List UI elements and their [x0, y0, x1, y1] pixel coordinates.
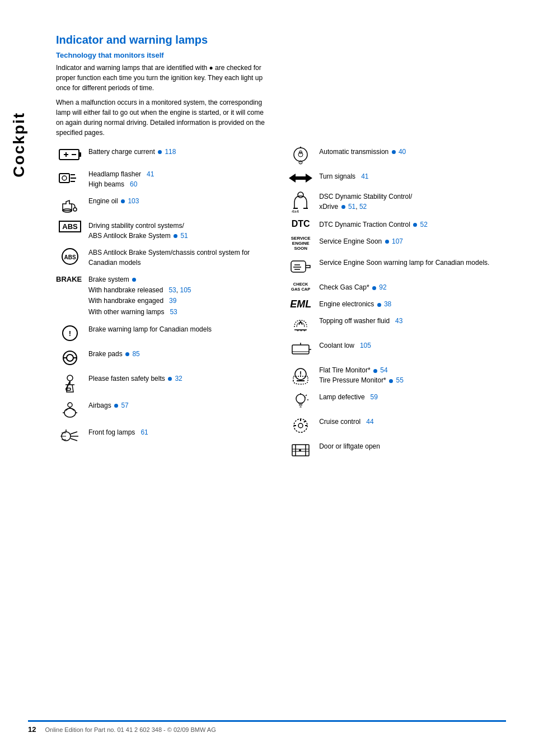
engine-oil-icon	[56, 196, 84, 214]
brake-pads-text: Brake pads 85	[88, 349, 264, 359]
service-engine-canadian-text: Service Engine Soon warning lamp for Can…	[319, 258, 506, 268]
fog-icon	[56, 427, 84, 445]
brake-icon: BRAKE	[56, 274, 84, 283]
service-engine-icon: SERVICEENGINESOON	[287, 236, 315, 251]
airbags-text: Airbags 57	[88, 400, 264, 410]
seatbelt-text: Please fasten safety belts 32	[88, 374, 264, 384]
dsc-icon: 4x4	[287, 192, 315, 213]
svg-rect-1	[79, 152, 81, 157]
list-item: Coolant low 105	[287, 340, 506, 358]
list-item: × Lamp defective 59	[287, 392, 506, 410]
battery-icon	[56, 147, 84, 162]
left-column: Battery charge current 118	[56, 147, 264, 466]
eml-text-label: EML	[290, 299, 311, 309]
svg-point-6	[62, 176, 67, 180]
svg-line-68	[304, 421, 306, 422]
airbags-icon	[56, 400, 84, 421]
columns-wrapper: Battery charge current 118	[56, 147, 506, 466]
brake-pads-icon	[56, 349, 84, 367]
headlamp-text: Headlamp flasher 41 High beams 60	[88, 169, 264, 189]
eml-icon: EML	[287, 299, 315, 309]
list-item: Airbags 57	[56, 400, 264, 421]
abs-circle-icon: ABS	[56, 248, 84, 265]
sidebar-label: Cockpit	[10, 112, 28, 178]
list-item: Service Engine Soon warning lamp for Can…	[287, 258, 506, 276]
svg-text:×: ×	[299, 404, 302, 409]
right-column: ⚙ ! Automatic transmission 40	[287, 147, 506, 466]
turn-signals-text: Turn signals 41	[319, 171, 506, 181]
list-item: Door or liftgate open	[287, 441, 506, 459]
footer-text: Online Edition for Part no. 01 41 2 602 …	[45, 726, 216, 733]
footer-bar: 12 Online Edition for Part no. 01 41 2 6…	[28, 720, 506, 734]
engine-oil-text: Engine oil 103	[88, 196, 264, 206]
check-gas-icon: CHECKGAS CAP	[287, 282, 315, 292]
svg-point-74	[299, 449, 301, 451]
dtc-icon: DTC	[287, 220, 315, 228]
svg-rect-5	[59, 174, 69, 183]
svg-rect-50	[292, 345, 309, 354]
eml-text-content: Engine electronics 38	[319, 299, 506, 309]
list-item: Brake pads 85	[56, 349, 264, 367]
list-item: ⚙ ! Automatic transmission 40	[287, 147, 506, 165]
abs-icon: ABS	[56, 221, 84, 232]
list-item: CHECKGAS CAP Check Gas Cap* 92	[287, 282, 506, 292]
page-number: 12	[28, 725, 36, 734]
flat-tire-text: Flat Tire Monitor* 54 Tire Pressure Moni…	[319, 365, 506, 385]
svg-point-41	[298, 192, 303, 198]
intro-paragraph-1: Indicator and warning lamps that are ide…	[56, 63, 269, 93]
svg-marker-40	[301, 174, 312, 183]
list-item: Cruise control 44	[287, 417, 506, 435]
svg-text:!: !	[69, 329, 71, 338]
list-item: BRAKE Brake system With handbrake releas…	[56, 274, 264, 318]
cruise-icon	[287, 417, 315, 435]
seatbelt-icon	[56, 374, 84, 394]
abs-canadian-text: ABS Antilock Brake System/chassis contro…	[88, 248, 264, 268]
page-container: Cockpit Indicator and warning lamps Tech…	[0, 0, 534, 756]
list-item: ABS ABS Antilock Brake System/chassis co…	[56, 248, 264, 268]
subsection-title: Technology that monitors itself	[56, 51, 506, 59]
svg-text:ABS: ABS	[64, 254, 76, 260]
flat-tire-icon: !	[287, 365, 315, 385]
svg-text:4x4: 4x4	[292, 209, 299, 213]
brake-warning-icon: !	[56, 324, 84, 342]
door-icon	[287, 441, 315, 459]
auto-trans-text: Automatic transmission 40	[319, 147, 506, 157]
svg-point-66	[298, 423, 303, 428]
washer-icon	[287, 316, 315, 334]
brake-text-label: BRAKE	[56, 276, 82, 283]
list-item: ! Flat Tire Monitor* 54 Tire Pressure Mo…	[287, 365, 506, 385]
list-item: DTC DTC Dynamic Traction Control 52	[287, 220, 506, 230]
list-item: Headlamp flasher 41 High beams 60	[56, 169, 264, 189]
svg-line-61	[306, 395, 307, 396]
lamp-defective-text: Lamp defective 59	[319, 392, 506, 402]
brake-warning-text: Brake warning lamp for Canadian models	[88, 324, 264, 334]
fog-text: Front fog lamps 61	[88, 427, 264, 437]
dtc-text-label: DTC	[292, 220, 310, 228]
list-item: Front fog lamps 61	[56, 427, 264, 445]
list-item: EML Engine electronics 38	[287, 299, 506, 309]
main-content: Indicator and warning lamps Technology t…	[56, 34, 506, 466]
washer-text: Topping off washer fluid 43	[319, 316, 506, 326]
svg-rect-45	[291, 261, 306, 272]
door-text: Door or liftgate open	[319, 441, 506, 451]
battery-text: Battery charge current 118	[88, 147, 264, 157]
auto-trans-icon: ⚙ !	[287, 147, 315, 165]
coolant-icon	[287, 340, 315, 358]
svg-text:!: !	[299, 370, 302, 378]
list-item: Please fasten safety belts 32	[56, 374, 264, 394]
list-item: Battery charge current 118	[56, 147, 264, 162]
list-item: SERVICEENGINESOON Service Engine Soon 10…	[287, 236, 506, 251]
list-item: Turn signals 41	[287, 171, 506, 185]
list-item: Engine oil 103	[56, 196, 264, 214]
svg-point-23	[68, 403, 72, 407]
service-engine-text: Service Engine Soon 107	[319, 236, 506, 246]
svg-point-17	[67, 354, 73, 361]
brake-text: Brake system With handbrake released 53,…	[88, 274, 264, 318]
turn-signals-icon	[287, 171, 315, 185]
list-item: Topping off washer fluid 43	[287, 316, 506, 334]
service-engine-canadian-icon	[287, 258, 315, 276]
dtc-text-content: DTC Dynamic Traction Control 52	[319, 220, 506, 230]
list-item: ! Brake warning lamp for Canadian models	[56, 324, 264, 342]
list-item: 4x4 DSC Dynamic Stability Control/ xDriv…	[287, 192, 506, 213]
headlamp-icon	[56, 169, 84, 187]
